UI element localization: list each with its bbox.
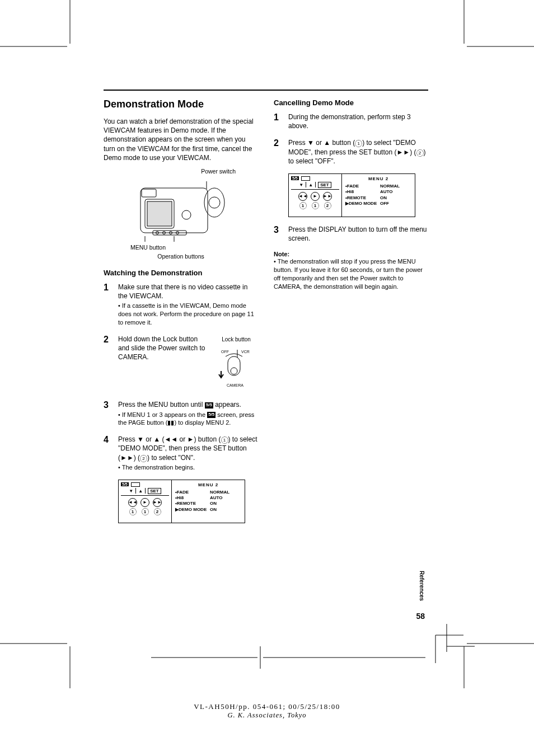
svg-point-18 [204,188,224,217]
side-tab-references: References [419,571,425,601]
step-number: 2 [104,335,118,393]
menu-badge-icon: 5/5 [291,176,299,180]
ffwd-icon: ►► [120,454,134,462]
ffwd-button-icon: ►► [323,192,332,201]
play-icon: ► [188,435,194,443]
page-number: 58 [416,612,425,621]
play-button-icon: ► [140,498,149,507]
top-rule [104,90,428,91]
step-text-pre: Press the MENU button until [118,401,205,408]
battery-icon [131,482,140,487]
left-column: Demonstration Mode You can watch a brief… [104,98,258,527]
rewind-icon: ◄◄ [164,435,177,443]
lock-button-label: Lock button [214,336,258,344]
play-button-icon: ► [311,192,320,201]
svg-rect-30 [228,356,240,375]
right-column: Cancelling Demo Mode 1 During the demons… [274,98,428,527]
intro-paragraph: You can watch a brief demonstration of t… [104,117,258,162]
svg-rect-21 [142,189,156,197]
menu-title: MENU 2 [175,482,241,487]
svg-point-19 [209,197,220,208]
circled-2-icon: 2 [140,455,147,462]
ffwd-icon: ►► [396,148,410,156]
vcr-label: VCR [241,350,250,354]
step-number: 1 [104,283,118,327]
cancelling-heading: Cancelling Demo Mode [274,98,428,107]
cancel-step-2: 2 Press ▼ or ▲ button (1) to select "DEM… [274,138,428,166]
step-bullet: • If a cassette is in the VIEWCAM, Demo … [118,302,258,327]
circled-1-icon: 1 [142,508,149,515]
camera-label: CAMERA [227,383,243,387]
circled-1-icon: 1 [221,436,228,444]
up-triangle-icon: ▲ [138,489,143,494]
step-number: 4 [104,435,118,471]
circled-1-icon: 1 [312,202,319,209]
set-label: SET [318,182,331,188]
cancel-step-1: 1 During the demonstration, perform step… [274,112,428,130]
menu-panel-on: 5/5 ▼ ▲ SET ◄◄1 ►1 ►►2 [118,480,245,523]
ffwd-button-icon: ►► [153,498,162,507]
step-number: 2 [274,138,288,166]
step-text: Make sure that there is no video cassett… [118,283,247,300]
battery-icon [301,176,310,181]
set-label: SET [148,488,161,494]
note-label: Note: [274,251,428,257]
circled-1-icon: 1 [355,140,362,147]
circled-1-icon: 1 [129,508,137,515]
step-text: During the demonstration, perform step 3… [288,112,428,130]
down-triangle-icon: ▼ [299,182,303,187]
down-triangle-icon: ▼ [137,435,144,443]
step-text: Press the DISPLAY button to turn off the… [288,225,428,243]
watch-step-2: 2 Hold down the Lock button and slide th… [104,335,258,393]
footer-line-2: G. K. Associates, Tokyo [0,711,534,720]
footer: VL-AH50H/pp. 054-061; 00/5/25/18:00 G. K… [0,702,534,720]
step-number: 3 [104,400,118,427]
step-bullet: • If MENU 1 or 3 appears on the 5/5 scre… [118,411,258,428]
step-bullet: • The demonstration begins. [118,463,258,472]
up-triangle-icon: ▲ [308,182,313,187]
step-number: 3 [274,225,288,243]
watch-step-3: 3 Press the MENU button until 5/5 appear… [104,400,258,427]
watching-heading: Watching the Demonstration [104,269,258,277]
svg-point-20 [182,210,191,219]
watch-step-1: 1 Make sure that there is no video casse… [104,283,258,327]
up-triangle-icon: ▲ [153,435,160,443]
menu-panel-off: 5/5 ▼ ▲ SET ◄◄1 ►1 ►►2 [288,173,415,217]
down-triangle-icon: ▼ [129,489,133,494]
circled-2-icon: 2 [154,508,161,515]
menu-badge-icon: 5/5 [205,402,213,408]
rewind-button-icon: ◄◄ [298,192,307,201]
step-text: Hold down the Lock button and slide the … [118,335,205,361]
footer-line-1: VL-AH50H/pp. 054-061; 00/5/25/18:00 [0,702,534,711]
watch-step-4: 4 Press ▼ or ▲ (◄◄ or ►) button (1) to s… [104,435,258,471]
cancel-step-3: 3 Press the DISPLAY button to turn off t… [274,225,428,243]
pause-icon: ▮▮ [167,419,174,426]
menu-button-label: MENU button [130,244,166,251]
off-label: OFF [221,350,229,354]
svg-point-31 [231,368,237,374]
power-switch-illustration: OFF VCR CAMERA [214,346,254,392]
step-text-post: appears. [213,401,241,408]
page-title: Demonstration Mode [104,98,258,110]
menu-badge-icon: 5/5 [207,412,216,418]
circled-2-icon: 2 [324,202,331,209]
menu-badge-icon: 5/5 [121,482,129,486]
circled-1-icon: 1 [299,202,307,209]
power-switch-label: Power switch [201,168,236,175]
operation-buttons-label: Operation buttons [157,253,204,260]
camera-figure: Power switch [104,167,258,261]
svg-rect-17 [147,201,172,226]
viewcam-illustration [130,176,231,243]
step-number: 1 [274,112,288,130]
down-triangle-icon: ▼ [307,139,314,147]
circled-2-icon: 2 [416,149,424,157]
menu-title: MENU 2 [345,176,411,181]
up-triangle-icon: ▲ [324,139,330,147]
note-text: • The demonstration will stop if you pre… [274,257,428,290]
rewind-button-icon: ◄◄ [128,498,137,507]
